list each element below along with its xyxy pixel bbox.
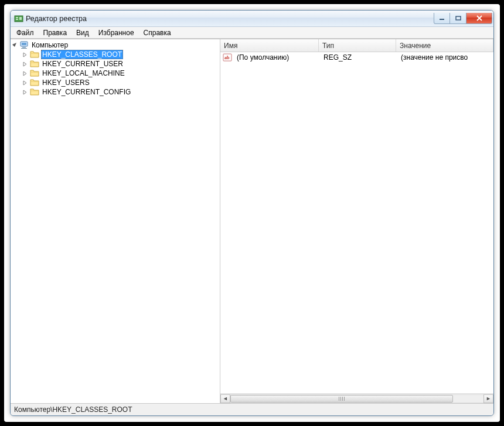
scroll-right-button[interactable]: ► <box>483 394 493 403</box>
status-path: Компьютер\HKEY_CLASSES_ROOT <box>14 405 132 414</box>
list-row[interactable]: ab(По умолчанию)REG_SZ(значение не присв… <box>220 52 493 63</box>
expand-icon[interactable] <box>21 60 29 68</box>
menubar: Файл Правка Вид Избранное Справка <box>11 27 493 39</box>
menu-edit[interactable]: Правка <box>39 28 72 38</box>
tree-root-node[interactable]: Компьютер <box>11 40 220 50</box>
app-icon <box>14 14 23 23</box>
tree-node[interactable]: HKEY_CLASSES_ROOT <box>21 50 220 59</box>
folder-icon <box>30 69 39 78</box>
scroll-track[interactable] <box>230 394 483 403</box>
svg-rect-8 <box>22 47 26 48</box>
content-area: Компьютер HKEY_CLASSES_ROOTHKEY_CURRENT_… <box>11 39 493 403</box>
expand-icon[interactable] <box>21 70 29 77</box>
tree-node[interactable]: HKEY_LOCAL_MACHINE <box>21 69 220 78</box>
cell-value: (значение не присво <box>397 53 493 62</box>
svg-rect-7 <box>22 43 26 45</box>
tree-node-label: HKEY_CURRENT_CONFIG <box>41 88 132 96</box>
list-pane: Имя Тип Значение ab(По умолчанию)REG_SZ(… <box>220 39 493 403</box>
menu-view[interactable]: Вид <box>71 28 94 38</box>
scroll-left-button[interactable]: ◄ <box>220 394 230 403</box>
collapse-icon[interactable] <box>11 42 18 49</box>
folder-icon <box>30 50 39 59</box>
computer-icon <box>19 40 29 50</box>
column-name[interactable]: Имя <box>220 39 319 52</box>
tree-node[interactable]: HKEY_CURRENT_USER <box>21 59 220 69</box>
svg-rect-4 <box>440 19 444 20</box>
menu-file[interactable]: Файл <box>12 28 39 38</box>
tree-node[interactable]: HKEY_CURRENT_CONFIG <box>21 87 220 97</box>
scroll-thumb[interactable] <box>230 395 453 403</box>
titlebar[interactable]: Редактор реестра <box>11 11 493 27</box>
svg-text:ab: ab <box>224 55 230 60</box>
column-type[interactable]: Тип <box>319 39 396 52</box>
tree-root-label: Компьютер <box>30 41 69 49</box>
expand-icon[interactable] <box>21 88 29 96</box>
folder-icon <box>30 87 39 97</box>
svg-rect-5 <box>456 16 461 20</box>
tree-node-label: HKEY_CLASSES_ROOT <box>41 50 123 59</box>
tree-node-label: HKEY_LOCAL_MACHINE <box>41 69 126 77</box>
expand-icon[interactable] <box>21 79 29 87</box>
window-title: Редактор реестра <box>26 15 434 23</box>
expand-icon[interactable] <box>21 51 29 59</box>
maximize-button[interactable] <box>450 13 466 24</box>
list-header: Имя Тип Значение <box>220 39 493 52</box>
tree-pane[interactable]: Компьютер HKEY_CLASSES_ROOTHKEY_CURRENT_… <box>11 39 220 403</box>
string-value-icon: ab <box>223 53 232 62</box>
menu-favorites[interactable]: Избранное <box>94 28 139 38</box>
cell-name: (По умолчанию) <box>233 53 320 62</box>
tree-node-label: HKEY_CURRENT_USER <box>41 60 124 68</box>
statusbar: Компьютер\HKEY_CLASSES_ROOT <box>11 403 493 415</box>
column-value[interactable]: Значение <box>396 39 493 52</box>
folder-icon <box>30 78 39 87</box>
tree-node-label: HKEY_USERS <box>41 79 91 87</box>
close-button[interactable] <box>466 13 492 24</box>
list-body[interactable]: ab(По умолчанию)REG_SZ(значение не присв… <box>220 52 493 393</box>
horizontal-scrollbar[interactable]: ◄ ► <box>220 393 493 403</box>
folder-icon <box>30 59 39 69</box>
minimize-button[interactable] <box>434 13 450 24</box>
svg-rect-1 <box>16 17 18 18</box>
svg-rect-3 <box>19 17 22 20</box>
cell-type: REG_SZ <box>320 53 397 62</box>
svg-rect-2 <box>16 19 18 20</box>
tree-node[interactable]: HKEY_USERS <box>21 78 220 87</box>
svg-rect-9 <box>21 48 27 49</box>
menu-help[interactable]: Справка <box>139 28 176 38</box>
regedit-window: Редактор реестра Файл Правка Вид Избранн… <box>10 10 494 416</box>
